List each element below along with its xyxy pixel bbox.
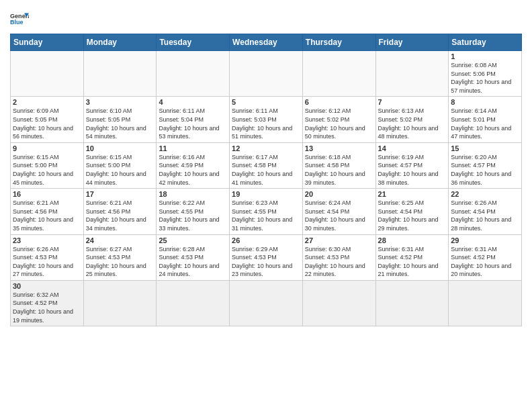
day-number: 5 bbox=[232, 98, 300, 106]
day-number: 8 bbox=[451, 98, 519, 106]
calendar-cell bbox=[375, 280, 449, 326]
calendar-cell: 30Sunrise: 6:32 AM Sunset: 4:52 PM Dayli… bbox=[11, 280, 84, 326]
day-info: Sunrise: 6:31 AM Sunset: 4:52 PM Dayligh… bbox=[451, 245, 519, 279]
calendar-cell: 21Sunrise: 6:25 AM Sunset: 4:54 PM Dayli… bbox=[375, 189, 449, 234]
calendar-week-4: 16Sunrise: 6:21 AM Sunset: 4:56 PM Dayli… bbox=[11, 189, 522, 234]
day-info: Sunrise: 6:09 AM Sunset: 5:05 PM Dayligh… bbox=[13, 107, 81, 140]
calendar-cell bbox=[11, 51, 84, 97]
calendar-cell bbox=[449, 280, 522, 326]
calendar-cell: 1Sunrise: 6:08 AM Sunset: 5:06 PM Daylig… bbox=[449, 51, 522, 97]
calendar-cell: 6Sunrise: 6:12 AM Sunset: 5:02 PM Daylig… bbox=[302, 97, 375, 142]
day-info: Sunrise: 6:18 AM Sunset: 4:58 PM Dayligh… bbox=[305, 153, 373, 187]
calendar-cell: 14Sunrise: 6:19 AM Sunset: 4:57 PM Dayli… bbox=[375, 142, 449, 188]
day-info: Sunrise: 6:31 AM Sunset: 4:52 PM Dayligh… bbox=[378, 245, 447, 279]
calendar-cell: 7Sunrise: 6:13 AM Sunset: 5:02 PM Daylig… bbox=[375, 97, 449, 142]
calendar-cell: 15Sunrise: 6:20 AM Sunset: 4:57 PM Dayli… bbox=[449, 142, 522, 188]
day-number: 19 bbox=[232, 190, 300, 198]
calendar-cell: 19Sunrise: 6:23 AM Sunset: 4:55 PM Dayli… bbox=[230, 189, 303, 234]
calendar-cell: 2Sunrise: 6:09 AM Sunset: 5:05 PM Daylig… bbox=[11, 97, 84, 142]
calendar-cell: 22Sunrise: 6:26 AM Sunset: 4:54 PM Dayli… bbox=[449, 189, 522, 234]
calendar-cell: 10Sunrise: 6:15 AM Sunset: 5:00 PM Dayli… bbox=[83, 142, 157, 188]
calendar-cell: 3Sunrise: 6:10 AM Sunset: 5:05 PM Daylig… bbox=[83, 97, 157, 142]
weekday-header-sunday: Sunday bbox=[11, 34, 84, 51]
day-number: 4 bbox=[159, 98, 227, 106]
day-info: Sunrise: 6:16 AM Sunset: 4:59 PM Dayligh… bbox=[159, 153, 227, 187]
calendar-cell bbox=[230, 280, 303, 326]
calendar-cell: 9Sunrise: 6:15 AM Sunset: 5:00 PM Daylig… bbox=[11, 142, 84, 188]
day-number: 29 bbox=[451, 236, 519, 244]
logo-icon: General Blue bbox=[10, 9, 29, 28]
day-info: Sunrise: 6:15 AM Sunset: 5:00 PM Dayligh… bbox=[13, 153, 81, 187]
calendar-week-1: 1Sunrise: 6:08 AM Sunset: 5:06 PM Daylig… bbox=[11, 51, 522, 97]
day-number: 11 bbox=[159, 144, 227, 152]
calendar-header-row: SundayMondayTuesdayWednesdayThursdayFrid… bbox=[11, 34, 522, 51]
day-info: Sunrise: 6:24 AM Sunset: 4:54 PM Dayligh… bbox=[305, 199, 373, 232]
calendar-cell: 8Sunrise: 6:14 AM Sunset: 5:01 PM Daylig… bbox=[449, 97, 522, 142]
calendar-table: SundayMondayTuesdayWednesdayThursdayFrid… bbox=[10, 34, 522, 326]
calendar-cell: 24Sunrise: 6:27 AM Sunset: 4:53 PM Dayli… bbox=[83, 234, 157, 280]
calendar-cell: 25Sunrise: 6:28 AM Sunset: 4:53 PM Dayli… bbox=[157, 234, 230, 280]
day-number: 1 bbox=[451, 52, 519, 60]
day-info: Sunrise: 6:26 AM Sunset: 4:54 PM Dayligh… bbox=[451, 199, 519, 232]
day-number: 18 bbox=[159, 190, 227, 198]
weekday-header-monday: Monday bbox=[83, 34, 157, 51]
weekday-header-thursday: Thursday bbox=[302, 34, 375, 51]
day-info: Sunrise: 6:23 AM Sunset: 4:55 PM Dayligh… bbox=[232, 199, 300, 232]
day-number: 14 bbox=[378, 144, 447, 152]
day-info: Sunrise: 6:32 AM Sunset: 4:52 PM Dayligh… bbox=[13, 291, 81, 324]
day-number: 24 bbox=[86, 236, 154, 244]
calendar-week-2: 2Sunrise: 6:09 AM Sunset: 5:05 PM Daylig… bbox=[11, 97, 522, 142]
day-number: 28 bbox=[378, 236, 447, 244]
calendar-cell: 5Sunrise: 6:11 AM Sunset: 5:03 PM Daylig… bbox=[230, 97, 303, 142]
day-number: 26 bbox=[232, 236, 300, 244]
calendar-cell bbox=[83, 51, 157, 97]
calendar-cell: 11Sunrise: 6:16 AM Sunset: 4:59 PM Dayli… bbox=[157, 142, 230, 188]
day-info: Sunrise: 6:14 AM Sunset: 5:01 PM Dayligh… bbox=[451, 107, 519, 140]
header: General Blue bbox=[10, 7, 522, 28]
calendar-cell bbox=[157, 280, 230, 326]
calendar-cell: 26Sunrise: 6:29 AM Sunset: 4:53 PM Dayli… bbox=[230, 234, 303, 280]
day-info: Sunrise: 6:13 AM Sunset: 5:02 PM Dayligh… bbox=[378, 107, 447, 140]
day-info: Sunrise: 6:17 AM Sunset: 4:58 PM Dayligh… bbox=[232, 153, 300, 187]
calendar-cell: 27Sunrise: 6:30 AM Sunset: 4:53 PM Dayli… bbox=[302, 234, 375, 280]
calendar-cell bbox=[83, 280, 157, 326]
day-number: 27 bbox=[305, 236, 373, 244]
calendar-cell: 28Sunrise: 6:31 AM Sunset: 4:52 PM Dayli… bbox=[375, 234, 449, 280]
calendar-week-6: 30Sunrise: 6:32 AM Sunset: 4:52 PM Dayli… bbox=[11, 280, 522, 326]
page: General Blue SundayMondayTuesdayWednesda… bbox=[0, 0, 532, 411]
calendar-cell: 20Sunrise: 6:24 AM Sunset: 4:54 PM Dayli… bbox=[302, 189, 375, 234]
day-info: Sunrise: 6:21 AM Sunset: 4:56 PM Dayligh… bbox=[13, 199, 81, 232]
day-info: Sunrise: 6:22 AM Sunset: 4:55 PM Dayligh… bbox=[159, 199, 227, 232]
day-info: Sunrise: 6:21 AM Sunset: 4:56 PM Dayligh… bbox=[86, 199, 154, 232]
calendar-cell bbox=[375, 51, 449, 97]
calendar-week-5: 23Sunrise: 6:26 AM Sunset: 4:53 PM Dayli… bbox=[11, 234, 522, 280]
day-info: Sunrise: 6:27 AM Sunset: 4:53 PM Dayligh… bbox=[86, 245, 154, 279]
day-number: 10 bbox=[86, 144, 154, 152]
day-number: 7 bbox=[378, 98, 447, 106]
day-number: 20 bbox=[305, 190, 373, 198]
day-number: 25 bbox=[159, 236, 227, 244]
day-number: 15 bbox=[451, 144, 519, 152]
day-info: Sunrise: 6:12 AM Sunset: 5:02 PM Dayligh… bbox=[305, 107, 373, 140]
day-info: Sunrise: 6:15 AM Sunset: 5:00 PM Dayligh… bbox=[86, 153, 154, 187]
day-number: 21 bbox=[378, 190, 447, 198]
day-info: Sunrise: 6:11 AM Sunset: 5:03 PM Dayligh… bbox=[232, 107, 300, 140]
day-number: 30 bbox=[13, 282, 81, 290]
day-number: 22 bbox=[451, 190, 519, 198]
calendar-cell: 12Sunrise: 6:17 AM Sunset: 4:58 PM Dayli… bbox=[230, 142, 303, 188]
day-info: Sunrise: 6:29 AM Sunset: 4:53 PM Dayligh… bbox=[232, 245, 300, 279]
calendar-cell: 17Sunrise: 6:21 AM Sunset: 4:56 PM Dayli… bbox=[83, 189, 157, 234]
calendar-cell bbox=[302, 280, 375, 326]
calendar-week-3: 9Sunrise: 6:15 AM Sunset: 5:00 PM Daylig… bbox=[11, 142, 522, 188]
calendar-cell: 29Sunrise: 6:31 AM Sunset: 4:52 PM Dayli… bbox=[449, 234, 522, 280]
day-info: Sunrise: 6:28 AM Sunset: 4:53 PM Dayligh… bbox=[159, 245, 227, 279]
weekday-header-saturday: Saturday bbox=[449, 34, 522, 51]
calendar-cell: 18Sunrise: 6:22 AM Sunset: 4:55 PM Dayli… bbox=[157, 189, 230, 234]
calendar-cell bbox=[302, 51, 375, 97]
weekday-header-friday: Friday bbox=[375, 34, 449, 51]
day-info: Sunrise: 6:26 AM Sunset: 4:53 PM Dayligh… bbox=[13, 245, 81, 279]
day-number: 16 bbox=[13, 190, 81, 198]
calendar-cell: 13Sunrise: 6:18 AM Sunset: 4:58 PM Dayli… bbox=[302, 142, 375, 188]
calendar-cell: 4Sunrise: 6:11 AM Sunset: 5:04 PM Daylig… bbox=[157, 97, 230, 142]
day-number: 3 bbox=[86, 98, 154, 106]
